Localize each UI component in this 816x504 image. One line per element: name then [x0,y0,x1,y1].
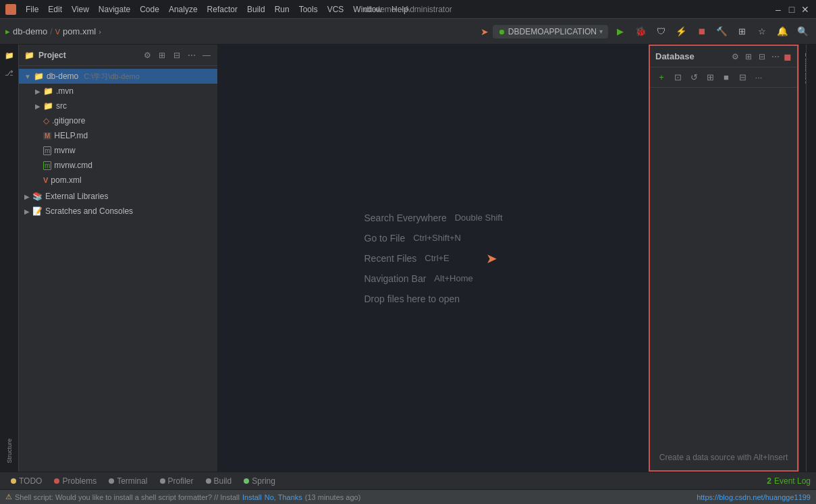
tree-item-name: .mvn [56,86,74,96]
toolbar: ▸ db-demo / V pom.xml › ➤ ⏺ DBDEMOAPPLIC… [0,19,816,45]
tree-collapse-icon[interactable]: ⊟ [171,50,182,61]
lib-icon: 📚 [32,192,43,201]
hint-key-search: Double Shift [455,213,503,223]
stop-button[interactable]: ⏹ [693,24,709,40]
far-right-sidebar [806,45,816,472]
expand-arrow-icon: ▶ [35,88,40,95]
minimize-button[interactable]: – [773,4,784,15]
notifications-button[interactable]: 🔔 [774,24,790,40]
menu-code[interactable]: Code [136,3,163,16]
menu-tools[interactable]: Tools [295,3,322,16]
apps-button[interactable]: ⊞ [734,24,750,40]
bookmark-button[interactable]: ☆ [754,24,770,40]
debug-button[interactable]: 🐞 [632,24,649,40]
menu-run[interactable]: Run [271,3,294,16]
db-more-icon[interactable]: ⋯ [770,51,781,62]
tree-root-name: db-demo [47,72,78,81]
profiler-dot-icon [160,478,165,484]
close-button[interactable]: ✕ [800,4,811,15]
tree-item-mvn[interactable]: ▶ 📁 .mvn [19,84,217,99]
tree-item-name: mvnw.cmd [54,161,92,170]
tree-item-mvnwcmd[interactable]: ▶ m mvnw.cmd [19,158,217,173]
tree-close-icon[interactable]: — [201,50,212,61]
tree-expand-icon[interactable]: ⊞ [157,50,167,61]
hint-label-drop: Drop files here to open [364,293,460,304]
run-arrow-icon: ➤ [481,26,489,37]
db-more-options-button[interactable]: ··· [751,70,766,85]
db-filter-button[interactable]: ⊞ [703,70,717,85]
tree-item-scratches[interactable]: ▶ 📝 Scratches and Consoles [19,204,217,219]
tree-item-pomxml[interactable]: ▶ V pom.xml [19,173,217,188]
event-log-button[interactable]: 2 Event Log [767,476,811,486]
md-file-icon: M [43,132,51,140]
run-button[interactable]: ▶ [612,24,628,40]
menu-navigate[interactable]: Navigate [94,3,134,16]
tree-item-src[interactable]: ▶ 📁 src [19,99,217,113]
db-duplicate-button[interactable]: ⊡ [670,70,685,85]
structure-icon-btn[interactable]: Structure [5,436,14,466]
profile-button[interactable]: ⚡ [673,24,689,40]
menu-view[interactable]: View [67,3,93,16]
todo-dot-icon [11,478,16,484]
status-url: https://blog.csdn.net/huangge1199 [697,493,811,501]
db-stop-button[interactable]: ■ [719,70,734,85]
tree-item-mvnw[interactable]: ▶ m mvnw [19,143,217,158]
menu-refactor[interactable]: Refactor [203,3,242,16]
tab-problems[interactable]: Problems [49,475,102,487]
build-button[interactable]: 🔨 [713,24,730,40]
db-arrow-indicator: ➤ [486,250,497,267]
tree-item-ext-libs[interactable]: ▶ 📚 External Libraries [19,189,217,204]
db-collapse-icon[interactable]: ⊟ [757,51,767,62]
db-refresh-button[interactable]: ↺ [686,70,701,85]
problems-dot-icon [54,478,59,484]
hint-key-goto: Ctrl+Shift+N [413,233,461,243]
tree-item-gitignore[interactable]: ▶ ◇ .gitignore [19,113,217,128]
tab-spring[interactable]: Spring [238,475,281,487]
menu-vcs[interactable]: VCS [323,3,348,16]
breadcrumb-project[interactable]: ▸ db-demo [5,26,47,36]
tab-profiler-label: Profiler [168,476,194,486]
tree-item-name: mvnw [54,146,75,155]
run-config-button[interactable]: ⏺ DBDEMOAPPLICATION ▾ [493,25,608,38]
tree-item-name: pom.xml [51,175,81,185]
tree-item-helpmd[interactable]: ▶ M HELP.md [19,128,217,143]
db-expand-icon[interactable]: ⊞ [743,51,754,62]
breadcrumb-file[interactable]: V pom.xml › [55,26,101,36]
tree-more-icon[interactable]: ⋯ [186,50,197,61]
tab-terminal[interactable]: Terminal [103,475,153,487]
db-remove-button[interactable]: ⊟ [735,70,750,85]
tab-spring-label: Spring [252,476,275,486]
tab-todo[interactable]: TODO [5,475,47,487]
menu-build[interactable]: Build [243,3,269,16]
menu-edit[interactable]: Edit [44,3,66,16]
coverage-button[interactable]: 🛡 [653,24,669,40]
file-tree-content: ▼ 📁 db-demo C:\学习\db-demo ▶ 📁 .mvn ▶ 📁 s… [19,66,217,472]
editor-area: Search Everywhere Double Shift Go to Fil… [218,45,649,472]
tree-item-name: External Libraries [45,192,108,201]
db-settings-icon[interactable]: ⚙ [730,51,740,62]
install-link[interactable]: Install [242,493,262,501]
hint-label-goto: Go to File [364,233,406,244]
tab-profiler[interactable]: Profiler [155,475,199,487]
tree-item-name: src [56,101,67,111]
event-log-count: 2 [767,476,771,486]
window-title: db-demo – Administrator [364,5,452,14]
maximize-button[interactable]: □ [786,4,797,15]
hint-label-recent: Recent Files [364,253,417,264]
search-button[interactable]: 🔍 [794,24,811,40]
tree-root-item[interactable]: ▼ 📁 db-demo C:\学习\db-demo [19,69,217,84]
git-icon-btn[interactable]: ⎇ [1,65,18,81]
menu-file[interactable]: File [22,3,43,16]
tree-item-name: HELP.md [54,131,88,140]
menu-analyze[interactable]: Analyze [165,3,202,16]
spring-dot-icon [244,478,249,484]
hint-label-search: Search Everywhere [364,213,447,223]
db-add-button[interactable]: + [654,70,669,85]
tab-build[interactable]: Build [200,475,238,487]
tree-settings-icon[interactable]: ⚙ [142,50,153,61]
main-layout: 📁 ⎇ Structure 📁 Project ⚙ ⊞ ⊟ ⋯ — ▼ 📁 db… [0,45,816,472]
db-toolbar: + ⊡ ↺ ⊞ ■ ⊟ ··· [650,67,797,88]
no-thanks-link[interactable]: No, Thanks [265,493,302,501]
project-icon-btn[interactable]: 📁 [1,47,18,63]
hint-key-nav: Alt+Home [434,273,472,283]
